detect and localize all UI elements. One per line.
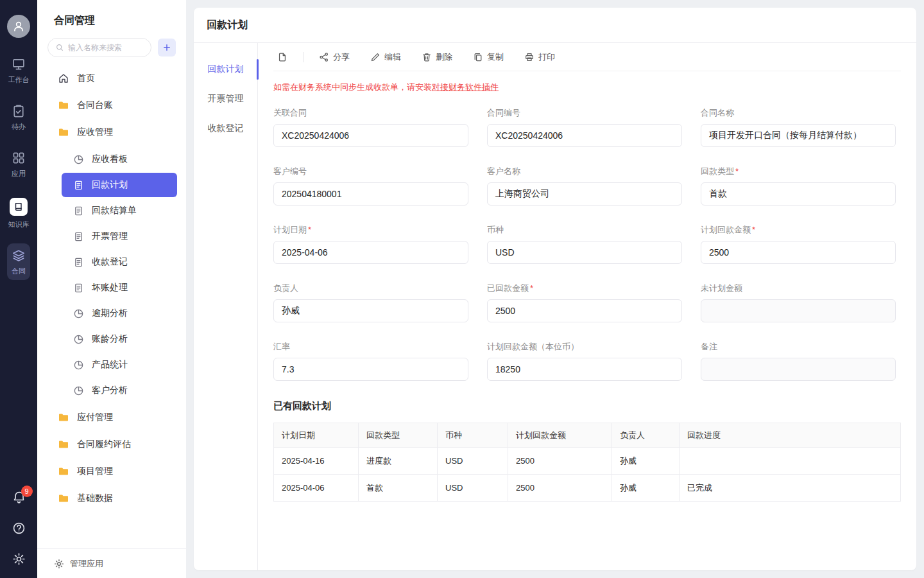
cell-progress: 已完成 <box>680 475 901 502</box>
sidebar-item-base-data[interactable]: 基础数据 <box>37 485 186 512</box>
sidebar-item-contract-ledger[interactable]: 合同台账 <box>37 92 186 119</box>
settings-button[interactable] <box>12 552 26 568</box>
sidebar-item-bad-debt[interactable]: 坏账处理 <box>62 276 177 300</box>
sidebar-item-label: 产品统计 <box>92 359 128 371</box>
sidebar-item-label: 开票管理 <box>92 231 128 242</box>
field-label: 客户名称 <box>487 166 520 177</box>
rail-item-contract[interactable]: 合同 <box>7 243 30 280</box>
field-value[interactable]: 2500 <box>487 299 682 322</box>
tab-collection-register[interactable]: 收款登记 <box>194 114 257 143</box>
sidebar-item-customer-analysis[interactable]: 客户分析 <box>62 378 177 403</box>
field-value[interactable]: XC20250424006 <box>273 124 468 147</box>
finance-plugin-link[interactable]: 对接财务软件插件 <box>432 82 499 92</box>
rail-item-workbench[interactable]: 工作台 <box>8 57 30 85</box>
document-icon <box>73 257 84 268</box>
notifications-button[interactable]: 9 <box>12 491 26 506</box>
folder-icon <box>58 466 69 477</box>
existing-plans-title: 已有回款计划 <box>273 400 901 412</box>
field-value[interactable] <box>701 358 896 381</box>
col-owner: 负责人 <box>612 423 680 448</box>
field-payment-type: 回款类型* 首款 <box>701 166 896 206</box>
field-value[interactable]: USD <box>487 241 682 264</box>
table-row[interactable]: 2025-04-06 首款 USD 2500 孙威 已完成 <box>274 475 901 502</box>
pie-chart-icon <box>73 385 84 396</box>
sidebar-item-payable-management[interactable]: 应付管理 <box>37 404 186 431</box>
field-label: 币种 <box>487 224 504 236</box>
field-label: 合同编号 <box>487 107 520 119</box>
field-value[interactable]: 7.3 <box>273 358 468 381</box>
manage-apps-button[interactable]: 管理应用 <box>37 548 186 578</box>
field-value[interactable]: 首款 <box>701 182 896 206</box>
field-currency: 币种 USD <box>487 224 682 264</box>
sidebar-item-product-stats[interactable]: 产品统计 <box>62 353 177 377</box>
field-value[interactable]: 上海商贸公司 <box>487 182 682 206</box>
detail-content: 分享 编辑 删除 复制 <box>258 43 916 570</box>
sidebar-item-receivable-dashboard[interactable]: 应收看板 <box>62 147 177 171</box>
tab-invoice-management[interactable]: 开票管理 <box>194 84 257 114</box>
copy-button[interactable]: 复制 <box>473 51 504 63</box>
sidebar-title: 合同管理 <box>37 0 186 28</box>
cell-payment-type: 首款 <box>359 475 438 502</box>
sidebar-item-invoice-management[interactable]: 开票管理 <box>62 224 177 249</box>
toolbar-divider <box>303 52 304 62</box>
sidebar-item-label: 合同履约评估 <box>77 439 131 450</box>
field-value[interactable] <box>701 299 896 322</box>
delete-button[interactable]: 删除 <box>422 51 452 63</box>
sidebar-item-label: 首页 <box>77 73 95 84</box>
share-label: 分享 <box>333 51 350 63</box>
rail-item-apps[interactable]: 应用 <box>12 151 26 179</box>
sidebar-item-payment-plan[interactable]: 回款计划 <box>62 173 177 197</box>
sidebar-item-aging-analysis[interactable]: 账龄分析 <box>62 327 177 351</box>
sidebar-item-overdue-analysis[interactable]: 逾期分析 <box>62 301 177 326</box>
tab-payment-plan[interactable]: 回款计划 <box>194 55 257 84</box>
sidebar-item-label: 坏账处理 <box>92 282 128 293</box>
required-asterisk: * <box>735 166 739 177</box>
print-button[interactable]: 打印 <box>524 51 555 63</box>
rail-item-knowledge[interactable]: 知识库 <box>8 198 30 229</box>
field-value[interactable]: 孙威 <box>273 299 468 322</box>
field-value[interactable]: 项目开发开口合同（按每月结算付款） <box>701 124 896 147</box>
todo-icon <box>12 104 26 118</box>
sidebar-item-payment-settlement[interactable]: 回款结算单 <box>62 198 177 223</box>
sidebar-item-collection-register[interactable]: 收款登记 <box>62 250 177 274</box>
search-input[interactable] <box>68 43 144 52</box>
field-value[interactable]: XC20250424006 <box>487 124 682 147</box>
sidebar-item-label: 回款结算单 <box>92 205 137 216</box>
receipt-button[interactable] <box>273 52 291 62</box>
sidebar-item-label: 回款计划 <box>92 179 128 191</box>
workbench-icon <box>12 57 26 71</box>
table-row[interactable]: 2025-04-16 进度款 USD 2500 孙威 <box>274 448 901 475</box>
search-icon <box>55 43 64 52</box>
edit-icon <box>370 52 381 62</box>
sidebar-item-contract-performance[interactable]: 合同履约评估 <box>37 431 186 458</box>
avatar[interactable] <box>7 15 30 38</box>
folder-icon <box>58 439 69 450</box>
delete-label: 删除 <box>436 51 452 63</box>
col-progress: 回款进度 <box>680 423 901 448</box>
sidebar-item-receivable-management[interactable]: 应收管理 <box>37 119 186 146</box>
folder-icon <box>58 493 69 504</box>
field-customer-name: 客户名称 上海商贸公司 <box>487 166 682 206</box>
table-header-row: 计划日期 回款类型 币种 计划回款金额 负责人 回款进度 <box>274 423 901 448</box>
print-label: 打印 <box>538 51 555 63</box>
field-contract-name: 合同名称 项目开发开口合同（按每月结算付款） <box>701 107 896 147</box>
folder-icon <box>58 127 69 138</box>
field-value[interactable]: 2500 <box>701 241 896 264</box>
sidebar-item-home[interactable]: 首页 <box>37 65 186 92</box>
cell-progress <box>680 448 901 475</box>
detail-nav: 回款计划 开票管理 收款登记 <box>194 43 258 570</box>
field-plan-amount-base: 计划回款金额（本位币） 18250 <box>487 341 682 381</box>
rail-item-todo[interactable]: 待办 <box>12 104 26 132</box>
cell-owner: 孙威 <box>612 448 680 475</box>
field-value[interactable]: 202504180001 <box>273 182 468 206</box>
help-button[interactable] <box>12 521 26 537</box>
sidebar-item-project-management[interactable]: 项目管理 <box>37 458 186 485</box>
share-button[interactable]: 分享 <box>319 51 350 63</box>
search-box[interactable] <box>47 38 151 57</box>
add-button[interactable] <box>158 39 176 57</box>
sidebar-item-label: 基础数据 <box>77 493 113 504</box>
field-value[interactable]: 18250 <box>487 358 682 381</box>
field-value[interactable]: 2025-04-06 <box>273 241 468 264</box>
field-label: 关联合同 <box>273 107 307 119</box>
edit-button[interactable]: 编辑 <box>370 51 401 63</box>
